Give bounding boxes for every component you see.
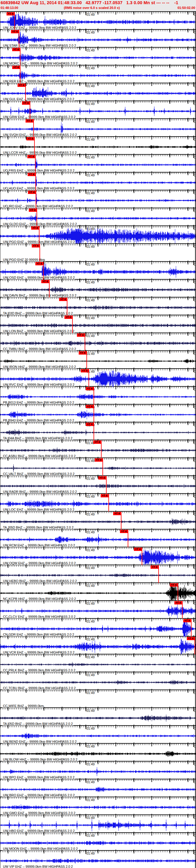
station-label: UW RER EHZ -- 99999.0km BW HIGHPASS 2.0 … <box>2 80 75 83</box>
station-label: UW BPO EHZ -- 99999.0km BW HIGHPASS 2.0 … <box>2 775 75 779</box>
pick-flag[interactable]: ×T 4 <box>120 530 128 533</box>
station-label: UW BRO EHZ -- 99999.0km BW HIGHPASS 2.0 … <box>2 793 75 797</box>
pick-flag[interactable]: ×T 4 <box>86 405 94 408</box>
pick-flag[interactable]: ×T 4 <box>113 512 121 515</box>
trace-row: 01:4901:50×T 4CN GDR EHZ -- 99999.0km BW… <box>0 618 196 636</box>
trace-row: 01:4901:50×T 4CC TMBU BHZ -- 99999.0km B… <box>0 333 196 350</box>
pick-flag[interactable]: ×T 4 <box>134 548 142 551</box>
pick-flag[interactable]: ×T 4 <box>86 387 94 390</box>
pick-flag[interactable]: ×T 4 <box>6 12 14 16</box>
pick-flag[interactable]: ×T 4 <box>41 280 49 283</box>
trace-row: 01:4901:50×T 4CC ASBU BHZ -- 99999.0km B… <box>0 440 196 458</box>
trace-row: 01:4901:50×T 4UW GLDO EHZ -- 99999.0km B… <box>0 208 196 225</box>
station-label: UW MORC EHZ -- 99999.0km BW HIGHPASS 2.0… <box>2 62 78 65</box>
pick-flag[interactable]: ×T 4 <box>59 298 67 301</box>
trace-row: 01:4901:50×T 4TA J05D BHZ -- 99999.0km B… <box>0 511 196 529</box>
station-label: UW GRW EHZ -- 99999.0km BW HIGHPASS 2.0 … <box>2 115 76 119</box>
pick-flag[interactable]: ×T 4 <box>79 351 87 354</box>
station-label: CN GDR EHZ -- 99999.0km BW HIGHPASS 2.0 … <box>2 633 75 636</box>
event-summary-line: 60839842 UW Aug 11, 2014 01:48:33.00 42.… <box>1 0 178 5</box>
pick-flag[interactable]: ×T 4 <box>95 458 103 462</box>
pick-flag[interactable]: ×T 4 <box>29 209 37 212</box>
trace-row: 01:4901:50UW BPO EHZ -- 99999.0km BW HIG… <box>0 761 196 779</box>
pick-flag[interactable]: ×T 4 <box>93 440 101 444</box>
station-label: UW HBO EHZ -- 99999.0km BW HIGHPASS 2.0 … <box>2 829 75 833</box>
trace-row: 01:4901:50CC TCBU BHZ -- 99999.0km BW HI… <box>0 672 196 689</box>
trace-row: 01:4901:50×T 4UW RER EHZ -- 99999.0km BW… <box>0 65 196 83</box>
pick-flag[interactable]: ×T 4 <box>12 48 20 51</box>
trace-row: 01:4901:50×T 4UW RCM EHZ -- 99999.0km BW… <box>0 529 196 547</box>
trace-row: 01:4901:50UW VIP EHZ -- 99999.0km BW HIG… <box>0 850 196 868</box>
pick-flag[interactable]: ×T 4 <box>28 173 36 176</box>
station-label: UO FRIS EHZ -- 99999.0km BW HIGHPASS 2.0… <box>2 169 75 172</box>
pick-flag[interactable]: ×T 4 <box>151 565 159 569</box>
pick-flag[interactable]: ×T 4 <box>187 637 195 640</box>
station-label: UW VIP EHZ -- 99999.0km BW HIGHPASS 2.0 … <box>2 865 73 868</box>
trace-row: 01:4901:50×T 4UW LON BHZ -- 99999.0km BW… <box>0 315 196 333</box>
pick-flag[interactable]: ×T 4 <box>35 262 43 265</box>
station-label: UW LON BHZ -- 99999.0km BW HIGHPASS 2.0 … <box>2 329 75 333</box>
station-label: UW PGO EHZ 20 99999.0km <box>2 258 45 261</box>
trace-row: 01:4901:50CC WIFE BHZ -- 99999.0km <box>0 689 196 707</box>
trace-row: 01:4901:50TA I05D BHZ -- 99999.0km BW HI… <box>0 707 196 725</box>
pick-flag[interactable]: ×T 4 <box>31 226 39 230</box>
pick-flag[interactable]: ×T 4 <box>81 369 89 372</box>
station-label: TA J05D BHZ -- 99999.0km BW HIGHPASS 2.0… <box>2 526 74 529</box>
station-label: UO IRO EHZ -- 99999.0km BW HIGHPASS 2.0 … <box>2 204 73 208</box>
pick-flag[interactable]: ×T 4 <box>17 84 26 87</box>
seismogram-viewer: 60839842 UW Aug 11, 2014 01:48:33.00 42.… <box>0 0 196 868</box>
trace-row: 01:4901:50×T 4UW LCCR HHZ -- 99999.0km B… <box>0 136 196 154</box>
station-label: CC VALT BHZ -- 99999.0km BW HIGHPASS 2.0… <box>2 472 75 476</box>
station-label: TA I03D BHZ -- 99999.0km BW HIGHPASS 2.0… <box>2 311 73 315</box>
trace-row: 01:4901:50×T 4CC CLCV EHZ -- 99999.0km B… <box>0 600 196 618</box>
station-label: CC WIFE BHZ -- 99999.0km <box>2 704 44 708</box>
trace-row: 01:4901:50×T 4UO FRIS EHZ -- 99999.0km B… <box>0 154 196 172</box>
trace-row: 01:4901:50×T 4NC KCPB HHZ -- 99999.0km B… <box>0 583 196 600</box>
station-label: UW OSD EHZ -- 99999.0km BW HIGHPASS 2.0 … <box>2 276 75 279</box>
trace-row: 01:4901:50×T 4TA I04A BHZ -- 99999.0km B… <box>0 422 196 440</box>
trace-row: 01:4901:50×T 4CC VALT BHZ -- 99999.0km B… <box>0 458 196 475</box>
pick-flag[interactable]: ×T 4 <box>170 583 178 587</box>
rms-scaling-note: (RMS noise over 6.0 s scaled 20.0 x) <box>64 6 120 9</box>
pick-flag[interactable]: ×T 4 <box>101 494 109 497</box>
station-label: TA I04A BHZ -- 99999.0km BW HIGHPASS 2.0… <box>2 436 73 440</box>
trace-row: 01:4901:50×T 4UW LOC EHZ -- 99999.0km BW… <box>0 493 196 511</box>
pick-flag[interactable]: ×T 4 <box>77 334 85 337</box>
window-end-time: 01:50:02.00 <box>178 6 195 9</box>
station-label: UW LOC EHZ -- 99999.0km BW HIGHPASS 2.0 … <box>2 508 75 512</box>
pick-flag[interactable]: ×T 4 <box>27 155 35 158</box>
pick-flag[interactable]: ×T 4 <box>12 66 20 69</box>
pick-flag[interactable]: ×T 4 <box>174 601 182 604</box>
trace-row: 01:4901:50×T 4UW HEBO BHZ -- 99999.0km B… <box>0 565 196 583</box>
pick-flag[interactable]: ×T 4 <box>65 316 73 319</box>
station-label: CC TCBU BHZ -- 99999.0km BW HIGHPASS 2.0… <box>2 686 76 690</box>
pick-flag[interactable]: ×T 4 <box>26 119 34 123</box>
pick-flag[interactable]: ×T 4 <box>183 619 191 622</box>
station-label: NC KCPB HHZ -- 99999.0km BW HIGHPASS 2.0… <box>2 597 77 600</box>
pick-flag[interactable]: ×T 4 <box>11 30 19 33</box>
station-label: UW GMO EHZ -- 99999.0km BW HIGHPASS 2.0 … <box>2 811 76 815</box>
trace-row: 01:4901:50×T 4PB B013 EHZ -- 99999.0km B… <box>0 386 196 404</box>
trace-row: 01:4901:50×T 4UW JORV EHZ -- 99999.0km B… <box>0 11 196 29</box>
station-label: UW STAR EHZ -- 99999.0km BW HIGHPASS 2.0… <box>2 44 77 47</box>
trace-row: 01:4901:50×T 4UW DAVN BHZ -- 99999.0km B… <box>0 279 196 297</box>
station-label: UW RVC EHZ -- 99999.0km BW HIGHPASS 2.0 … <box>2 383 75 386</box>
station-label: UW BEND EHZ -- 99999.0km BW HIGHPASS 2.0… <box>2 740 77 743</box>
pick-flag[interactable]: ×T 4 <box>86 423 94 426</box>
station-label: UW LCCR HHZ -- 99999.0km BW HIGHPASS 2.0… <box>2 151 77 154</box>
trace-row: 01:4901:50×T 4UW OSD EHZ -- 99999.0km BW… <box>0 261 196 279</box>
trace-row: 01:4901:50×T 4PB B943 EHZ -- 99999.0km B… <box>0 404 196 422</box>
station-label: UW JORV EHZ -- 99999.0km BW HIGHPASS 2.0… <box>2 26 77 29</box>
station-label: PB B013 EHZ -- 99999.0km BW HIGHPASS 2.0… <box>2 401 75 404</box>
trace-list: 01:4901:50×T 4UW JORV EHZ -- 99999.0km B… <box>0 11 196 868</box>
station-label: UW VCR EHZ -- 99999.0km BW HIGHPASS 2.0 … <box>2 651 75 654</box>
trace-row: 01:4901:50UW BLOW HHZ -- 99999.0km BW HI… <box>0 743 196 761</box>
trace-row: 01:4901:50×T 4UW PGO EHZ 20 99999.0km <box>0 243 196 261</box>
trace-row: 01:4901:50×T 4TA I03D BHZ -- 99999.0km B… <box>0 297 196 315</box>
trace-row: 01:4901:50UW BEND EHZ -- 99999.0km BW HI… <box>0 725 196 743</box>
pick-flag[interactable]: ×T 4 <box>98 476 106 479</box>
pick-flag[interactable]: ×T 4 <box>27 137 34 141</box>
pick-flag[interactable]: ×T 4 <box>22 101 30 105</box>
pick-flag[interactable]: ×T 4 <box>28 191 36 194</box>
pick-flag[interactable]: ×T 4 <box>32 244 40 247</box>
